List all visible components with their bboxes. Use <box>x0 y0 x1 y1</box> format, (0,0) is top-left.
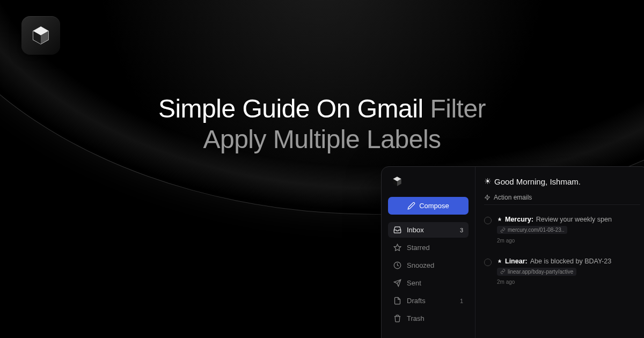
nav-count: 1 <box>460 298 463 304</box>
nav-item-sent[interactable]: Sent <box>388 275 469 291</box>
greeting: ☀ Good Morning, Ishmam. <box>484 177 640 186</box>
nav-item-drafts[interactable]: Drafts 1 <box>388 293 469 308</box>
email-time: 2m ago <box>497 279 640 285</box>
compose-button[interactable]: Compose <box>388 197 469 215</box>
nav-item-inbox[interactable]: Inbox 3 <box>388 222 469 238</box>
email-sender: Linear: <box>505 258 528 265</box>
nav-item-snoozed[interactable]: Snoozed <box>388 258 469 273</box>
main-column: ☀ Good Morning, Ishmam. Action emails Me… <box>475 167 644 338</box>
email-time: 2m ago <box>497 238 640 244</box>
title-line1-bright: Simple Guide On Gmail <box>158 94 430 123</box>
sidebar-logo <box>391 175 403 187</box>
nav-item-starred[interactable]: Starred <box>388 240 469 255</box>
email-radio[interactable] <box>484 217 492 224</box>
greeting-text: Good Morning, Ishmam. <box>494 177 581 186</box>
nav-count: 3 <box>460 227 463 233</box>
pin-icon <box>497 259 502 264</box>
star-icon <box>393 244 401 252</box>
pencil-icon <box>407 202 415 210</box>
nav-label: Starred <box>407 244 430 252</box>
email-subject: Abe is blocked by BDAY-23 <box>530 258 611 265</box>
send-icon <box>393 279 401 287</box>
trash-icon <box>393 314 401 322</box>
nav-label: Inbox <box>407 226 424 234</box>
file-icon <box>393 297 401 305</box>
pin-icon <box>497 217 502 222</box>
nav-label: Trash <box>407 314 425 322</box>
cube-logo-small-icon <box>391 175 403 187</box>
svg-marker-0 <box>394 244 401 251</box>
email-sender: Mercury: <box>505 216 533 223</box>
email-link-chip[interactable]: mercury.com/01-08-23.. <box>497 226 567 234</box>
email-link-text: mercury.com/01-08-23.. <box>508 227 564 233</box>
page-title: Simple Guide On Gmail Filter Apply Multi… <box>0 94 644 155</box>
title-line2: Apply Multiple Labels <box>0 124 644 155</box>
title-line1-dim: Filter <box>430 94 486 123</box>
email-link-chip[interactable]: linear.app/bday-party/active <box>497 268 576 276</box>
nav-label: Drafts <box>407 297 426 305</box>
nav-item-trash[interactable]: Trash <box>388 311 469 326</box>
app-logo-badge <box>21 16 60 55</box>
cube-logo-icon <box>30 25 52 46</box>
app-mockup-panel: Compose Inbox 3 Starred Snoozed Sent Dra… <box>381 166 644 338</box>
email-subject: Review your weekly spen <box>536 216 612 223</box>
section-label: Action emails <box>494 194 532 201</box>
compose-label: Compose <box>419 202 449 210</box>
sun-icon: ☀ <box>484 177 491 186</box>
bolt-icon <box>484 194 491 201</box>
nav-label: Snoozed <box>407 261 434 269</box>
link-icon <box>500 269 506 274</box>
clock-icon <box>393 261 401 269</box>
sidebar: Compose Inbox 3 Starred Snoozed Sent Dra… <box>382 167 475 338</box>
inbox-icon <box>393 226 401 234</box>
section-header-action: Action emails <box>484 194 640 205</box>
email-item[interactable]: Mercury: Review your weekly spen mercury… <box>484 212 640 247</box>
email-link-text: linear.app/bday-party/active <box>508 269 573 275</box>
email-radio[interactable] <box>484 259 492 266</box>
email-item[interactable]: Linear: Abe is blocked by BDAY-23 linear… <box>484 254 640 289</box>
nav-label: Sent <box>407 279 421 287</box>
link-icon <box>500 227 506 233</box>
